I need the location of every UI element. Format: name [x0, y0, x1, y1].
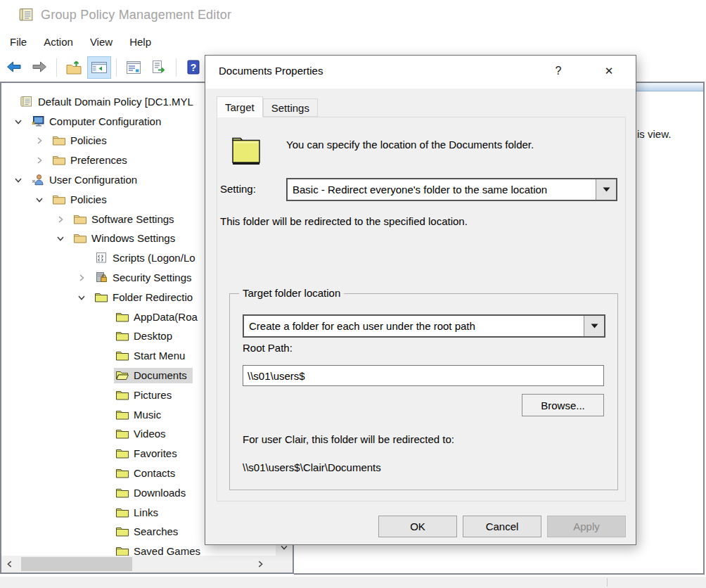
folder-yellow-icon	[115, 311, 129, 323]
browse-button[interactable]: Browse...	[522, 394, 604, 416]
statusbar-divider	[607, 578, 608, 587]
export-list-icon	[150, 59, 168, 76]
folder-tan-icon	[73, 213, 87, 225]
chevron-right-icon[interactable]	[34, 155, 51, 166]
redirect-preview-path: \\s01\users$\Clair\Documents	[243, 461, 381, 473]
tree-item-label: Contacts	[134, 467, 175, 479]
tree-item-label: Security Settings	[113, 271, 192, 283]
scroll-right-arrow-icon[interactable]	[252, 556, 269, 573]
chevron-spacer	[97, 331, 114, 342]
group-title: Target folder location	[239, 287, 344, 299]
tree-item-label: Computer Configuration	[49, 115, 161, 127]
tree-item-label: Start Menu	[134, 350, 185, 362]
cancel-button[interactable]: Cancel	[463, 516, 541, 537]
chevron-down-icon[interactable]	[76, 292, 93, 303]
computer-icon	[31, 115, 45, 127]
scroll-left-arrow-icon[interactable]	[1, 556, 18, 573]
dialog-help-button[interactable]: ?	[546, 59, 571, 83]
setting-combobox-value: Basic - Redirect everyone's folder to th…	[288, 179, 596, 200]
chevron-right-icon[interactable]	[76, 272, 93, 283]
dialog-close-button[interactable]: ✕	[596, 59, 622, 83]
menubar: File Action View Help	[0, 30, 706, 53]
chevron-spacer	[97, 507, 114, 518]
tree-item-label: Searches	[134, 525, 178, 537]
tree-item-label: Scripts (Logon/Lo	[113, 252, 195, 264]
console-tree-button[interactable]	[87, 56, 111, 79]
chevron-down-icon[interactable]	[13, 174, 30, 186]
folder-yellow-icon	[115, 330, 129, 342]
chevron-right-icon[interactable]	[34, 135, 51, 146]
export-list-button[interactable]	[147, 56, 171, 79]
gpo-scroll-icon	[18, 7, 35, 23]
chevron-spacer	[97, 546, 114, 556]
tree-item-label: Folder Redirectio	[113, 291, 193, 303]
folder-yellow-icon	[115, 428, 129, 440]
chevron-down-icon[interactable]	[13, 116, 30, 127]
target-location-dropdown-button[interactable]	[584, 316, 604, 336]
chevron-spacer	[97, 370, 114, 381]
statusbar	[0, 577, 706, 588]
root-path-input[interactable]	[243, 365, 604, 386]
folder-tan-icon	[52, 134, 66, 146]
back-button[interactable]	[2, 56, 26, 79]
tree-item-label: Favorites	[134, 447, 177, 459]
folder-yellow-icon	[115, 506, 129, 518]
dropdown-arrow-icon	[591, 324, 598, 328]
chevron-right-icon[interactable]	[55, 214, 72, 225]
dialog-titlebar[interactable]: Documents Properties ? ✕	[205, 56, 636, 89]
tree-item-label: Default Domain Policy [DC1.MYL	[38, 96, 193, 108]
dialog-title: Documents Properties	[219, 65, 323, 77]
tree-item-label: Saved Games	[134, 545, 200, 556]
chevron-spacer	[97, 487, 114, 499]
tree-item-label: Videos	[134, 428, 166, 440]
tree-item-label: Links	[134, 506, 158, 518]
chevron-spacer	[97, 468, 114, 479]
target-location-combobox[interactable]: Create a folder for each user under the …	[243, 314, 605, 338]
setting-combobox[interactable]: Basic - Redirect everyone's folder to th…	[286, 178, 617, 201]
ok-button[interactable]: OK	[378, 516, 457, 537]
help-button[interactable]: ?	[181, 56, 205, 79]
redirect-preview-label: For user Clair, this folder will be redi…	[243, 433, 454, 445]
svg-text:?: ?	[191, 62, 197, 73]
menu-file[interactable]: File	[1, 32, 35, 51]
chevron-spacer	[97, 428, 114, 440]
window-titlebar: Group Policy Management Editor	[0, 0, 706, 30]
folder-yellow-open-icon	[115, 369, 129, 381]
user-icon	[31, 174, 45, 186]
chevron-spacer	[76, 253, 93, 264]
folder-yellow-icon	[115, 389, 129, 401]
gpo-icon	[20, 96, 34, 108]
menu-help[interactable]: Help	[121, 32, 160, 51]
tree-item-label: Preferences	[70, 154, 127, 166]
chevron-down-icon[interactable]	[55, 233, 72, 244]
apply-button[interactable]: Apply	[547, 516, 626, 537]
tree-horizontal-scrollbar[interactable]	[1, 556, 276, 573]
folder-yellow-icon	[115, 447, 129, 459]
redirect-description-text: This folder will be redirected to the sp…	[220, 215, 468, 227]
tree-item-label: Documents	[134, 369, 187, 381]
chevron-down-icon[interactable]	[34, 194, 51, 205]
horizontal-scrollbar-thumb[interactable]	[21, 557, 132, 571]
results-empty-text: is view.	[637, 128, 671, 140]
toolbar-buttons: ?	[1, 56, 206, 79]
tree-item-label: Pictures	[134, 389, 172, 401]
tree-item-label: Downloads	[134, 487, 186, 499]
forward-icon	[30, 59, 49, 76]
menu-action[interactable]: Action	[35, 32, 82, 51]
forward-button[interactable]	[27, 56, 51, 79]
tab-target[interactable]: Target	[217, 96, 263, 117]
up-one-level-button[interactable]	[62, 56, 86, 79]
dialog-intro-text: You can specify the location of the Docu…	[286, 139, 603, 151]
chevron-spacer	[97, 409, 114, 421]
setting-combobox-dropdown-button[interactable]	[596, 179, 616, 200]
menu-view[interactable]: View	[82, 32, 121, 51]
tree-item-label: AppData(Roa	[134, 311, 198, 323]
folder-tan-icon	[73, 232, 87, 244]
properties-button[interactable]	[122, 56, 146, 79]
folder-yellow-icon	[115, 545, 129, 556]
tree-item-label: Windows Settings	[91, 232, 175, 244]
console-tree-icon	[90, 59, 108, 76]
scrollbar-corner	[276, 556, 293, 573]
dropdown-arrow-icon	[603, 187, 610, 192]
tab-settings[interactable]: Settings	[263, 98, 318, 117]
